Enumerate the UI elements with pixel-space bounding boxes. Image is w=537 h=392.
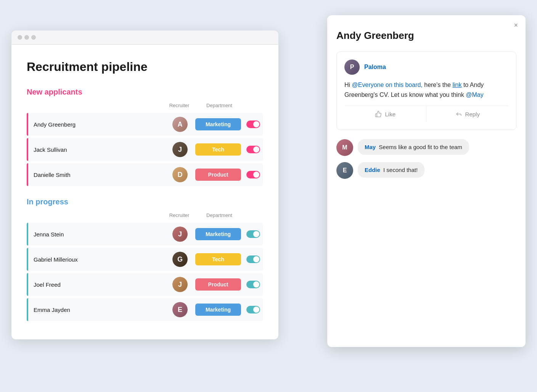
th-department: Department bbox=[195, 103, 244, 108]
table-row[interactable]: Jack Sullivan J Tech bbox=[27, 138, 263, 161]
comment-author-row: P Paloma bbox=[344, 59, 508, 75]
toggle-knob bbox=[253, 146, 259, 153]
toggle-knob bbox=[253, 121, 259, 127]
dept-badge: Product bbox=[195, 169, 241, 181]
applicant-name: Jack Sullivan bbox=[30, 146, 165, 153]
new-applicants-section: New applicants Recruiter Department Andy… bbox=[27, 88, 263, 186]
new-applicants-title: New applicants bbox=[27, 88, 263, 96]
toggle-knob bbox=[253, 231, 259, 237]
window-titlebar bbox=[11, 31, 278, 45]
reply-bubble: Eddie I second that! bbox=[358, 162, 424, 178]
avatar: J bbox=[172, 142, 188, 157]
comment-text-after-mention: here's the bbox=[423, 82, 453, 88]
reply-label: Reply bbox=[465, 111, 480, 117]
chat-title-row: Andy Greenberg bbox=[327, 22, 526, 45]
chat-window: × Andy Greenberg P Paloma Hi @Everyone o… bbox=[327, 15, 526, 347]
toggle-knob bbox=[253, 281, 259, 288]
reply-text: Seems like a good fit to the team bbox=[379, 144, 462, 150]
list-item: E Eddie I second that! bbox=[336, 162, 516, 179]
avatar-face: G bbox=[172, 252, 188, 267]
dept-badge: Product bbox=[195, 278, 241, 291]
new-applicants-header: Recruiter Department bbox=[27, 103, 263, 111]
th-recruiter: Recruiter bbox=[164, 103, 195, 108]
reply-text: I second that! bbox=[383, 167, 418, 173]
recruitment-window: Recruitment pipeline New applicants Recr… bbox=[11, 31, 278, 339]
chat-header-area: × bbox=[327, 15, 526, 22]
avatar: M bbox=[336, 139, 353, 156]
in-progress-section: In progress Recruiter Department Jenna S… bbox=[27, 198, 263, 321]
in-progress-title: In progress bbox=[27, 198, 263, 206]
toggle-switch[interactable] bbox=[246, 230, 260, 238]
chat-content: P Paloma Hi @Everyone on this board, her… bbox=[327, 45, 526, 185]
dept-badge: Tech bbox=[195, 143, 241, 156]
avatar: J bbox=[172, 277, 188, 292]
toggle-switch[interactable] bbox=[246, 120, 260, 128]
applicant-name: Emma Jayden bbox=[30, 307, 165, 313]
toggle-knob bbox=[253, 172, 259, 178]
avatar: A bbox=[172, 117, 188, 132]
toggle-switch[interactable] bbox=[246, 255, 260, 263]
avatar-face: J bbox=[172, 142, 188, 157]
avatar: J bbox=[172, 227, 188, 242]
applicant-name: Jenna Stein bbox=[30, 231, 165, 238]
toggle-switch[interactable] bbox=[246, 171, 260, 178]
applicant-name: Danielle Smith bbox=[30, 172, 165, 178]
cv-link[interactable]: link bbox=[452, 82, 461, 88]
comment-author-avatar: P bbox=[344, 59, 360, 75]
toggle-knob bbox=[253, 256, 259, 262]
comment-actions: Like Reply bbox=[344, 106, 508, 122]
comment-text-before-mention: Hi bbox=[344, 82, 352, 88]
in-progress-header: Recruiter Department bbox=[27, 212, 263, 221]
dept-badge: Marketing bbox=[195, 304, 241, 316]
reply-author: Eddie bbox=[365, 167, 380, 173]
like-icon bbox=[375, 111, 382, 117]
toggle-switch[interactable] bbox=[246, 146, 260, 153]
avatar-face: A bbox=[172, 117, 188, 132]
reply-icon bbox=[455, 111, 462, 117]
reply-bubble: May Seems like a good fit to the team bbox=[358, 139, 469, 155]
toggle-knob bbox=[253, 307, 259, 313]
applicant-name: Andy Greenberg bbox=[30, 121, 165, 128]
chat-person-name: Andy Greenberg bbox=[336, 30, 516, 42]
avatar: G bbox=[172, 252, 188, 267]
window-dot-2 bbox=[24, 35, 29, 40]
avatar: E bbox=[336, 162, 353, 179]
th-department: Department bbox=[195, 212, 244, 218]
reply-author: May bbox=[365, 144, 376, 150]
avatar-face: J bbox=[172, 227, 188, 242]
table-row[interactable]: Emma Jayden E Marketing bbox=[27, 298, 263, 321]
avatar-face: J bbox=[172, 277, 188, 292]
avatar: D bbox=[172, 167, 188, 182]
like-label: Like bbox=[385, 111, 396, 117]
mention-may: @May bbox=[466, 92, 483, 98]
reply-button[interactable]: Reply bbox=[427, 106, 509, 122]
window-dot-1 bbox=[18, 35, 22, 40]
comment-text: Hi @Everyone on this board, here's the l… bbox=[344, 80, 508, 100]
toggle-switch[interactable] bbox=[246, 281, 260, 288]
avatar: E bbox=[172, 302, 188, 317]
applicant-name: Joel Freed bbox=[30, 281, 165, 288]
avatar-face: D bbox=[172, 167, 188, 182]
window-dot-3 bbox=[31, 35, 36, 40]
main-comment-card: P Paloma Hi @Everyone on this board, her… bbox=[336, 51, 516, 130]
like-button[interactable]: Like bbox=[344, 106, 427, 122]
table-row[interactable]: Joel Freed J Product bbox=[27, 273, 263, 296]
list-item: M May Seems like a good fit to the team bbox=[336, 139, 516, 156]
comment-author-name: Paloma bbox=[364, 64, 386, 71]
dept-badge: Marketing bbox=[195, 118, 241, 130]
avatar-face: E bbox=[172, 302, 188, 317]
mention-everyone: @Everyone on this board, bbox=[352, 82, 423, 88]
toggle-switch[interactable] bbox=[246, 306, 260, 313]
page-title: Recruitment pipeline bbox=[27, 60, 263, 74]
dept-badge: Marketing bbox=[195, 228, 241, 240]
table-row[interactable]: Gabriel Millerioux G Tech bbox=[27, 248, 263, 271]
th-recruiter: Recruiter bbox=[164, 212, 195, 218]
reply-list: M May Seems like a good fit to the team … bbox=[336, 139, 516, 179]
dept-badge: Tech bbox=[195, 253, 241, 265]
table-row[interactable]: Andy Greenberg A Marketing bbox=[27, 113, 263, 136]
recruitment-content: Recruitment pipeline New applicants Recr… bbox=[11, 45, 278, 335]
close-button[interactable]: × bbox=[514, 21, 518, 29]
applicant-name: Gabriel Millerioux bbox=[30, 256, 165, 263]
table-row[interactable]: Danielle Smith D Product bbox=[27, 163, 263, 186]
table-row[interactable]: Jenna Stein J Marketing bbox=[27, 223, 263, 246]
